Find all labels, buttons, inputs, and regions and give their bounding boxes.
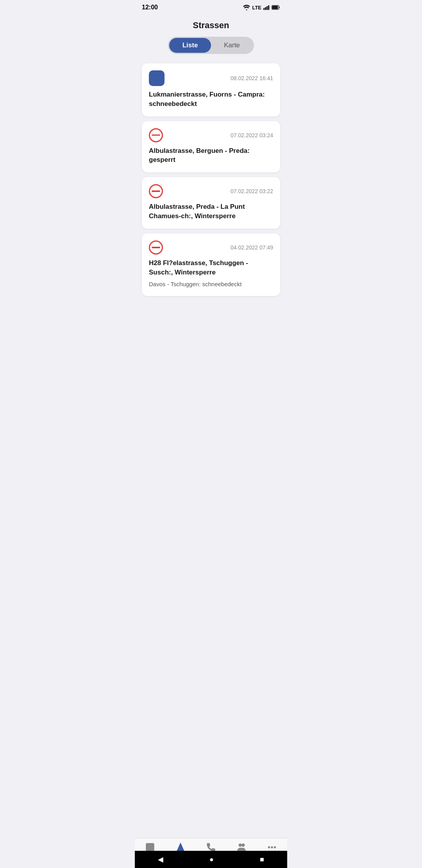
signal-icon bbox=[263, 5, 270, 10]
card-4-subtitle: Davos - Tschuggen: schneebedeckt bbox=[149, 280, 273, 288]
status-bar: 12:00 LTE bbox=[135, 0, 287, 13]
card-2-timestamp: 07.02.2022 03:24 bbox=[231, 132, 273, 138]
card-3[interactable]: 07.02.2022 03:22 Albulastrasse, Preda - … bbox=[142, 177, 280, 229]
battery-icon bbox=[272, 5, 280, 10]
segment-karte[interactable]: Karte bbox=[211, 38, 253, 53]
segment-liste[interactable]: Liste bbox=[169, 38, 211, 53]
lte-label: LTE bbox=[252, 5, 261, 11]
card-4[interactable]: 04.02.2022 07:49 H28 Fl?elastrasse, Tsch… bbox=[142, 233, 280, 296]
card-header-2: 07.02.2022 03:24 bbox=[149, 128, 273, 142]
card-4-timestamp: 04.02.2022 07:49 bbox=[231, 244, 273, 251]
status-time: 12:00 bbox=[142, 4, 158, 11]
card-2-title: Albulastrasse, Berguen - Preda: gesperrt bbox=[149, 146, 273, 165]
card-4-title: H28 Fl?elastrasse, Tschuggen - Susch:, W… bbox=[149, 258, 273, 277]
card-3-timestamp: 07.02.2022 03:22 bbox=[231, 188, 273, 194]
card-1-title: Lukmanierstrasse, Fuorns - Campra: schne… bbox=[149, 90, 273, 109]
road-closed-icon-3 bbox=[149, 184, 163, 198]
svg-rect-1 bbox=[265, 7, 266, 10]
svg-rect-5 bbox=[272, 6, 278, 9]
wifi-icon bbox=[243, 5, 250, 10]
svg-rect-2 bbox=[266, 6, 268, 10]
road-closed-icon-4 bbox=[149, 240, 163, 255]
snow-icon bbox=[149, 70, 165, 86]
card-1-timestamp: 08.02.2022 16:41 bbox=[231, 75, 273, 81]
segmented-control: Liste Karte bbox=[168, 37, 254, 54]
card-header-3: 07.02.2022 03:22 bbox=[149, 184, 273, 198]
card-3-title: Albulastrasse, Preda - La Punt Chamues-c… bbox=[149, 202, 273, 221]
svg-rect-0 bbox=[263, 8, 265, 10]
card-header-1: 08.02.2022 16:41 bbox=[149, 70, 273, 86]
road-closed-icon-2 bbox=[149, 128, 163, 142]
svg-rect-3 bbox=[268, 5, 269, 10]
card-header-4: 04.02.2022 07:49 bbox=[149, 240, 273, 255]
page-title: Strassen bbox=[135, 13, 287, 37]
cards-container: 08.02.2022 16:41 Lukmanierstrasse, Fuorn… bbox=[135, 63, 287, 296]
status-icons: LTE bbox=[243, 5, 280, 11]
card-1[interactable]: 08.02.2022 16:41 Lukmanierstrasse, Fuorn… bbox=[142, 63, 280, 117]
card-2[interactable]: 07.02.2022 03:24 Albulastrasse, Berguen … bbox=[142, 121, 280, 173]
